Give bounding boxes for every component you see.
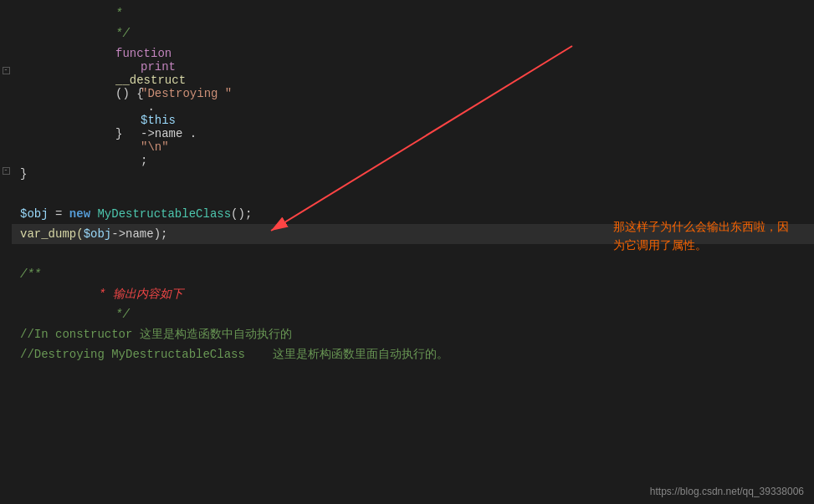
fold-cell [0, 241, 12, 261]
fold-cell [0, 140, 12, 160]
fold-cell [0, 181, 12, 201]
fold-cell [0, 281, 12, 301]
code-lines: * */ function __destruct () { [12, 0, 814, 504]
fold-cell [0, 301, 12, 321]
fold-cell [0, 20, 12, 40]
token-space2 [90, 207, 97, 221]
code-line-8 [12, 144, 814, 164]
token-vardump: var_dump( [20, 227, 84, 241]
annotation-bubble: 那这样子为什么会输出东西啦，因 为它调用了属性。 [613, 217, 789, 255]
fold-cell [0, 120, 12, 140]
code-line-18: //Destroying MyDestructableClass 这里是析构函数… [12, 344, 814, 364]
code-line-7: } [12, 124, 814, 144]
token-arrow2: ->name); [111, 227, 167, 241]
token-line-comment1: //In constructor 这里是构造函数中自动执行的 [20, 327, 292, 342]
token-print: print [141, 60, 176, 74]
token-space [141, 74, 147, 87]
fold-markers: - - [0, 0, 12, 504]
annotation-text: 那这样子为什么会输出东西啦，因 为它调用了属性。 [613, 220, 789, 252]
code-line-1: * [12, 3, 814, 23]
fold-cell [0, 80, 12, 100]
code-editor: - - [0, 0, 814, 504]
bottom-url: https://blog.csdn.net/qq_39338006 [650, 486, 804, 497]
fold-cell [0, 221, 12, 241]
fold-cell [0, 201, 12, 221]
code-line-16: */ [12, 304, 814, 324]
code-line-6: print "Destroying " . $this ->name . "\n… [12, 104, 814, 124]
fold-icon-class[interactable]: - [3, 167, 10, 175]
code-line-15: * 输出内容如下 [12, 284, 814, 304]
fold-cell [0, 0, 12, 20]
token-brace: } [115, 127, 122, 140]
token-line-comment2: //Destroying MyDestructableClass 这里是析构函数… [20, 347, 448, 362]
token-close-class: } [20, 167, 27, 181]
code-line-10 [12, 184, 814, 204]
fold-cell [0, 100, 12, 120]
fold-cell-class[interactable]: - [0, 160, 12, 181]
token-new: new [69, 207, 90, 221]
token-obj-var: $obj [20, 207, 49, 221]
token-call: (); [231, 207, 252, 221]
fold-cell [0, 261, 12, 281]
token-eq: = [49, 207, 69, 221]
token-comment-close: */ [115, 308, 130, 321]
token-str1: "Destroying " [141, 87, 232, 100]
token-classname: MyDestructableClass [97, 207, 231, 221]
fold-cell-function[interactable]: - [0, 60, 12, 80]
code-line-9: } [12, 164, 814, 184]
code-line-17: //In constructor 这里是构造函数中自动执行的 [12, 324, 814, 344]
token-dot1: . [141, 100, 161, 114]
token-obj2: $obj [84, 227, 112, 241]
fold-cell [0, 321, 12, 341]
fold-icon-function[interactable]: - [3, 67, 10, 74]
fold-cell [0, 40, 12, 60]
fold-cell [0, 341, 12, 361]
